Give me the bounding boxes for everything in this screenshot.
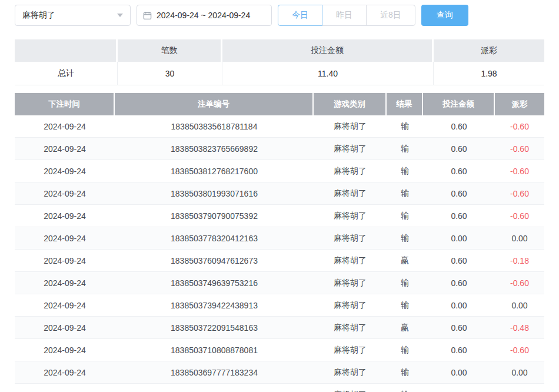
order-id: 1838503812768217600 bbox=[115, 160, 314, 182]
game-type: 麻将胡了 bbox=[314, 250, 387, 272]
game-type: 麻将胡了 bbox=[314, 227, 387, 250]
result: 输 bbox=[387, 115, 423, 138]
game-type: 麻将胡了 bbox=[314, 205, 387, 227]
bet-time: 2024-09-24 bbox=[15, 317, 115, 339]
order-id: 1838503710808878081 bbox=[115, 339, 314, 361]
summary-total-label: 总计 bbox=[15, 62, 118, 85]
game-type: 麻将胡了 bbox=[314, 317, 387, 339]
summary-total-payout: 1.98 bbox=[434, 62, 544, 85]
bet-amount: 0.00 bbox=[423, 361, 495, 384]
game-select-value: 麻将胡了 bbox=[22, 10, 55, 21]
payout: -0.60 bbox=[495, 205, 544, 227]
bet-amount: 0.00 bbox=[423, 294, 495, 317]
col-header-bet-time: 下注时间 bbox=[15, 93, 115, 115]
order-id bbox=[115, 384, 314, 392]
summary-total-row: 总计 30 11.40 1.98 bbox=[15, 62, 544, 85]
calendar-icon bbox=[143, 11, 152, 20]
order-id: 1838503778320412163 bbox=[115, 227, 314, 250]
payout: -0.60 bbox=[495, 115, 544, 138]
order-id: 1838503835618781184 bbox=[115, 115, 314, 138]
date-range-input[interactable]: 2024-09-24 ~ 2024-09-24 bbox=[137, 5, 272, 26]
result: 输 bbox=[387, 361, 423, 384]
bet-table: 下注时间 注单编号 游戏类别 结果 投注金额 派彩 2024-09-241838… bbox=[15, 93, 544, 392]
result: 输 bbox=[387, 272, 423, 294]
table-row: 2024-09-241838503722091548163麻将胡了赢0.60-0… bbox=[15, 317, 544, 339]
order-id: 1838503801993071616 bbox=[115, 182, 314, 205]
table-row: 2024-09-241838503823765669892麻将胡了输0.60-0… bbox=[15, 138, 544, 160]
order-id: 1838503823765669892 bbox=[115, 138, 314, 160]
game-type: 麻将胡了 bbox=[314, 384, 387, 392]
table-row: 2024-09-24麻将胡了输 bbox=[15, 384, 544, 392]
bet-time: 2024-09-24 bbox=[15, 294, 115, 317]
table-row: 2024-09-241838503749639753216麻将胡了输0.60-0… bbox=[15, 272, 544, 294]
bet-time: 2024-09-24 bbox=[15, 227, 115, 250]
summary-total-count: 30 bbox=[118, 62, 222, 85]
bet-amount: 0.60 bbox=[423, 250, 495, 272]
payout: 0.00 bbox=[495, 294, 544, 317]
result: 输 bbox=[387, 160, 423, 182]
date-range-value: 2024-09-24 ~ 2024-09-24 bbox=[157, 11, 250, 20]
payout: -0.60 bbox=[495, 182, 544, 205]
game-type: 麻将胡了 bbox=[314, 361, 387, 384]
bet-time: 2024-09-24 bbox=[15, 384, 115, 392]
col-header-order-id: 注单编号 bbox=[115, 93, 314, 115]
summary-header-empty bbox=[15, 39, 118, 62]
order-id: 1838503760947612673 bbox=[115, 250, 314, 272]
table-row: 2024-09-241838503739422438913麻将胡了输0.000.… bbox=[15, 294, 544, 317]
col-header-game-type: 游戏类别 bbox=[314, 93, 387, 115]
game-type: 麻将胡了 bbox=[314, 138, 387, 160]
game-type: 麻将胡了 bbox=[314, 294, 387, 317]
result: 输 bbox=[387, 205, 423, 227]
order-id: 1838503790790075392 bbox=[115, 205, 314, 227]
bet-amount: 0.60 bbox=[423, 138, 495, 160]
bet-amount: 0.60 bbox=[423, 182, 495, 205]
summary-total-bet-amount: 11.40 bbox=[222, 62, 434, 85]
table-row: 2024-09-241838503835618781184麻将胡了输0.60-0… bbox=[15, 115, 544, 138]
chevron-down-icon bbox=[117, 14, 123, 17]
payout: 0.00 bbox=[495, 361, 544, 384]
col-header-result: 结果 bbox=[387, 93, 423, 115]
quick-filter-yesterday[interactable]: 昨日 bbox=[322, 5, 367, 26]
bet-time: 2024-09-24 bbox=[15, 272, 115, 294]
game-select[interactable]: 麻将胡了 bbox=[15, 5, 131, 26]
search-button[interactable]: 查询 bbox=[421, 5, 468, 26]
payout: -0.48 bbox=[495, 317, 544, 339]
summary-header-row: 笔数 投注金额 派彩 bbox=[15, 39, 544, 62]
table-row: 2024-09-241838503760947612673麻将胡了赢0.60-0… bbox=[15, 250, 544, 272]
game-type: 麻将胡了 bbox=[314, 160, 387, 182]
quick-filter-group: 今日昨日近8日 bbox=[278, 5, 415, 26]
order-id: 1838503722091548163 bbox=[115, 317, 314, 339]
table-row: 2024-09-241838503790790075392麻将胡了输0.60-0… bbox=[15, 205, 544, 227]
table-row: 2024-09-241838503697777183234麻将胡了输0.000.… bbox=[15, 361, 544, 384]
payout: -0.60 bbox=[495, 138, 544, 160]
bet-time: 2024-09-24 bbox=[15, 115, 115, 138]
result: 赢 bbox=[387, 250, 423, 272]
bet-amount: 0.00 bbox=[423, 227, 495, 250]
bet-table-body: 2024-09-241838503835618781184麻将胡了输0.60-0… bbox=[15, 115, 544, 392]
filter-toolbar: 麻将胡了 2024-09-24 ~ 2024-09-24 今日昨日近8日 查询 bbox=[15, 5, 544, 26]
col-header-payout: 派彩 bbox=[495, 93, 544, 115]
bet-amount: 0.60 bbox=[423, 339, 495, 361]
result: 输 bbox=[387, 339, 423, 361]
result: 输 bbox=[387, 384, 423, 392]
game-type: 麻将胡了 bbox=[314, 272, 387, 294]
order-id: 1838503697777183234 bbox=[115, 361, 314, 384]
game-type: 麻将胡了 bbox=[314, 115, 387, 138]
game-type: 麻将胡了 bbox=[314, 339, 387, 361]
payout: -0.60 bbox=[495, 339, 544, 361]
order-id: 1838503749639753216 bbox=[115, 272, 314, 294]
table-row: 2024-09-241838503801993071616麻将胡了输0.60-0… bbox=[15, 182, 544, 205]
bet-amount: 0.60 bbox=[423, 160, 495, 182]
summary-header-bet-amount: 投注金额 bbox=[222, 39, 434, 62]
summary-table: 笔数 投注金额 派彩 总计 30 11.40 1.98 bbox=[15, 39, 544, 85]
bet-amount: 0.60 bbox=[423, 205, 495, 227]
quick-filter-last8days[interactable]: 近8日 bbox=[366, 5, 415, 26]
bet-time: 2024-09-24 bbox=[15, 160, 115, 182]
order-id: 1838503739422438913 bbox=[115, 294, 314, 317]
payout: -0.60 bbox=[495, 272, 544, 294]
bet-time: 2024-09-24 bbox=[15, 250, 115, 272]
bet-time: 2024-09-24 bbox=[15, 182, 115, 205]
bet-amount: 0.60 bbox=[423, 272, 495, 294]
quick-filter-today[interactable]: 今日 bbox=[278, 5, 322, 26]
payout bbox=[495, 384, 544, 392]
